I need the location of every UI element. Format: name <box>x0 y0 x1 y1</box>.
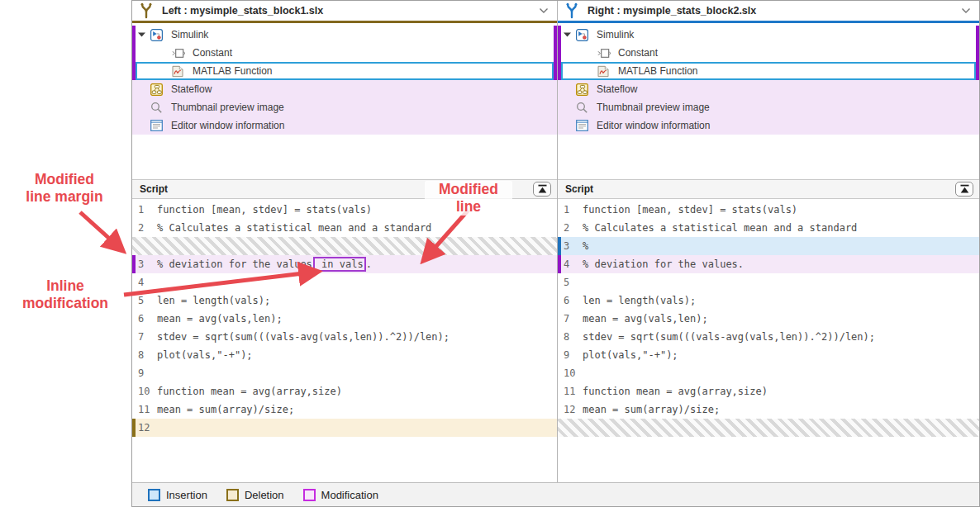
collapse-panel-button[interactable] <box>955 182 973 197</box>
expander-down-icon <box>138 32 145 37</box>
constant-icon <box>597 48 613 59</box>
right-script-code[interactable]: 1function [mean, stdev] = stats(vals)2% … <box>558 199 979 482</box>
line-number: 2 <box>558 222 578 234</box>
line-text: mean = sum(array)/size; <box>157 404 294 415</box>
legend-label: Modification <box>321 489 378 501</box>
left-script-code[interactable]: 1function [mean, stdev] = stats(vals)2% … <box>132 199 557 482</box>
code-line: 9 <box>132 364 557 382</box>
tree-item-constant[interactable]: Constant <box>132 44 557 62</box>
code-line: 11function mean = avg(array,size) <box>558 382 979 400</box>
line-number: 10 <box>558 367 578 379</box>
compare-branch-icon <box>140 2 153 19</box>
script-section-header: Script <box>132 180 557 199</box>
line-text: % Calculates a statistical mean and a st… <box>157 222 431 234</box>
line-number: 4 <box>132 277 152 288</box>
script-section-title: Script <box>140 183 168 195</box>
tree-item-stateflow[interactable]: Stateflow <box>132 80 557 98</box>
legend-label: Deletion <box>245 489 284 501</box>
code-line: 7mean = avg(vals,len); <box>558 310 979 328</box>
line-number: 6 <box>132 313 152 325</box>
tree-item-editor-window-information[interactable]: Editor window information <box>558 116 979 135</box>
annotation-text: modification <box>22 295 108 311</box>
code-line: 2% Calculates a statistical mean and a s… <box>558 219 979 237</box>
tree-item-matlab-function[interactable]: MATLAB Function <box>561 62 976 80</box>
line-number: 8 <box>558 331 578 343</box>
right-change-tree: SimulinkConstantMATLAB FunctionStateflow… <box>558 23 979 180</box>
tree-item-label: Editor window information <box>597 120 710 131</box>
placeholder-hatch-row <box>132 237 557 255</box>
collapse-to-top-icon <box>537 184 548 194</box>
line-text: plot(vals,"-+"); <box>157 349 253 361</box>
right-panel: Right : mysimple_stats_block2.slxSimulin… <box>558 1 979 482</box>
arrow-modified-line-margin <box>80 212 122 250</box>
line-text: plot(vals,"-+"); <box>583 349 678 361</box>
code-line[interactable]: 12 <box>132 419 557 437</box>
modified-line-margin-bar <box>558 255 561 273</box>
expander-slot[interactable] <box>564 32 576 37</box>
tree-item-label: Thumbnail preview image <box>171 102 284 113</box>
line-text: mean = avg(vals,len); <box>157 313 283 325</box>
line-number: 11 <box>558 386 578 397</box>
line-number: 8 <box>132 349 152 361</box>
line-text: mean = sum(array)/size; <box>583 404 720 415</box>
comparison-window: Left : mysimple_stats_block1.slxSimulink… <box>131 0 980 507</box>
stateflow-icon <box>576 83 592 96</box>
simulink-icon <box>576 29 592 41</box>
code-line: 5 <box>558 273 979 291</box>
tree-item-stateflow[interactable]: Stateflow <box>558 80 979 98</box>
chevron-down-icon[interactable] <box>961 7 971 14</box>
editor-window-icon <box>150 120 166 131</box>
compare-branch-icon <box>565 2 578 19</box>
script-section-title: Script <box>565 183 593 195</box>
tree-item-simulink[interactable]: Simulink <box>558 26 979 44</box>
line-text: function [mean, stdev] = stats(vals) <box>157 204 372 216</box>
comparison-content: Left : mysimple_stats_block1.slxSimulink… <box>132 1 979 482</box>
comparison-tool-screenshot: Left : mysimple_stats_block1.slxSimulink… <box>0 0 980 507</box>
tree-item-label: Stateflow <box>171 83 212 95</box>
stateflow-icon <box>150 83 166 96</box>
constant-icon <box>172 48 188 59</box>
collapse-panel-button[interactable] <box>533 182 551 197</box>
modification-swatch <box>303 489 316 501</box>
code-line: 9plot(vals,"-+"); <box>558 346 979 364</box>
line-text: % deviation for the values. <box>583 258 744 270</box>
tree-item-simulink[interactable]: Simulink <box>132 26 557 44</box>
code-line: 6mean = avg(vals,len); <box>132 310 557 328</box>
line-number: 9 <box>132 367 152 379</box>
tree-item-label: Thumbnail preview image <box>597 102 710 113</box>
tree-item-constant[interactable]: Constant <box>558 44 979 62</box>
legend-insertion: Insertion <box>148 489 207 501</box>
matlab-function-icon <box>597 65 613 78</box>
tree-item-editor-window-information[interactable]: Editor window information <box>132 116 557 135</box>
code-line: 7stdev = sqrt(sum(((vals-avg(vals,len)).… <box>132 328 557 346</box>
code-line[interactable]: 4% deviation for the values. <box>558 255 979 273</box>
magnifier-icon <box>150 102 166 114</box>
deletion-swatch <box>226 489 239 501</box>
line-segment: % deviation for the values <box>157 258 312 270</box>
line-number: 1 <box>558 204 578 216</box>
expander-slot[interactable] <box>138 32 150 37</box>
tree-item-matlab-function[interactable]: MATLAB Function <box>136 62 554 80</box>
line-text: % Calculates a statistical mean and a st… <box>583 222 857 234</box>
code-line: 10 <box>558 364 979 382</box>
code-line: 10function mean = avg(array,size) <box>132 382 557 400</box>
simulink-icon <box>150 29 166 41</box>
tree-item-label: Constant <box>618 47 658 59</box>
right-file-selector[interactable]: Right : mysimple_stats_block2.slx <box>558 1 979 23</box>
code-line[interactable]: 3% deviation for the values in vals. <box>132 255 557 273</box>
code-line: 2% Calculates a statistical mean and a s… <box>132 219 557 237</box>
code-line: 8stdev = sqrt(sum(((vals-avg(vals,len)).… <box>558 328 979 346</box>
inline-modification-box: in vals <box>313 257 366 272</box>
code-line: 1function [mean, stdev] = stats(vals) <box>558 201 979 219</box>
line-number: 7 <box>558 313 578 325</box>
left-file-title: Left : mysimple_stats_block1.slx <box>162 5 323 17</box>
code-line: 8plot(vals,"-+"); <box>132 346 557 364</box>
tree-item-thumbnail-preview-image[interactable]: Thumbnail preview image <box>558 98 979 116</box>
code-line[interactable]: 3% <box>558 237 979 255</box>
line-text: % <box>583 240 588 252</box>
tree-item-thumbnail-preview-image[interactable]: Thumbnail preview image <box>132 98 557 116</box>
chevron-down-icon[interactable] <box>539 7 549 14</box>
tree-item-label: Constant <box>193 47 232 59</box>
placeholder-hatch-row <box>558 419 979 437</box>
left-file-selector[interactable]: Left : mysimple_stats_block1.slx <box>132 1 557 23</box>
